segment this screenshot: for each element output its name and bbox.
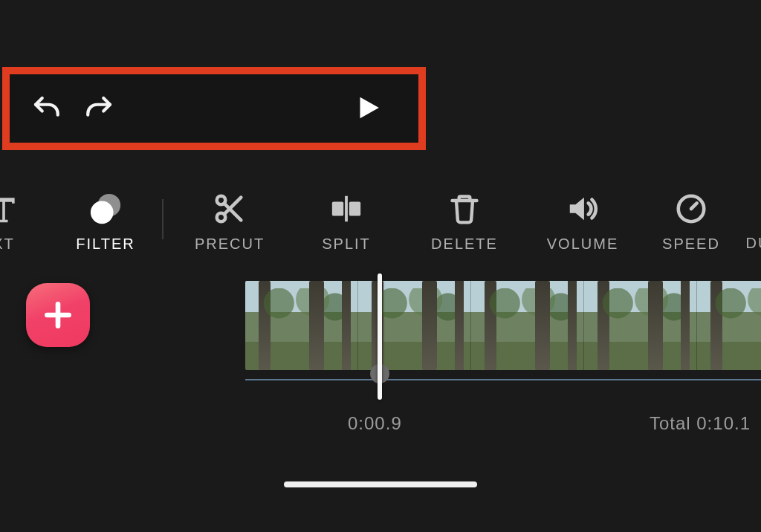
timeline-axis — [245, 379, 761, 380]
tool-precut[interactable]: PRECUT — [189, 191, 271, 253]
trash-icon — [447, 191, 482, 227]
tool-duplicate[interactable]: DU — [736, 192, 761, 252]
redo-icon — [84, 93, 115, 124]
tool-filter-label: FILTER — [76, 236, 135, 253]
clip-frame — [358, 281, 471, 370]
edit-toolbar: XT FILTER PRECUT — [0, 184, 761, 259]
svg-point-1 — [91, 201, 114, 224]
scissors-icon — [212, 191, 247, 227]
clip-frame — [697, 281, 761, 370]
undo-icon — [30, 93, 62, 124]
time-current: 0:00.9 — [348, 413, 402, 434]
playback-controls-highlight — [2, 67, 426, 150]
time-total: Total 0:10.1 — [650, 413, 751, 434]
tool-volume[interactable]: VOLUME — [538, 191, 627, 253]
tool-delete-label: DELETE — [431, 236, 498, 253]
svg-rect-6 — [332, 201, 343, 215]
speed-gauge-icon — [673, 191, 709, 227]
tool-text[interactable]: XT — [0, 191, 30, 253]
tool-split[interactable]: SPLIT — [309, 191, 383, 253]
play-icon — [353, 94, 381, 122]
svg-line-10 — [691, 203, 697, 209]
playhead[interactable] — [378, 273, 382, 400]
redo-button[interactable] — [84, 93, 115, 124]
play-button[interactable] — [353, 94, 383, 123]
add-clip-button[interactable] — [26, 283, 90, 347]
tool-precut-label: PRECUT — [195, 236, 265, 253]
home-indicator — [284, 481, 477, 487]
playback-controls — [10, 74, 418, 143]
split-icon — [328, 191, 364, 227]
volume-icon — [565, 191, 600, 227]
filter-icon — [88, 191, 123, 227]
tool-du-label: DU — [746, 235, 761, 252]
tool-volume-label: VOLUME — [547, 236, 618, 253]
tool-text-label: XT — [0, 236, 15, 253]
tool-split-label: SPLIT — [322, 236, 371, 253]
tool-speed-label: SPEED — [662, 236, 720, 253]
svg-rect-8 — [345, 195, 348, 221]
clip-frame — [584, 281, 697, 370]
tool-filter[interactable]: FILTER — [68, 191, 143, 253]
undo-button[interactable] — [30, 93, 62, 124]
svg-rect-7 — [349, 201, 360, 215]
clip-strip[interactable] — [245, 281, 761, 370]
plus-icon — [42, 299, 74, 331]
clip-frame — [245, 281, 358, 370]
text-icon — [0, 191, 22, 227]
clip-frame — [471, 281, 584, 370]
tool-speed[interactable]: SPEED — [654, 191, 728, 253]
toolbar-separator — [162, 199, 163, 239]
timeline[interactable] — [245, 281, 761, 377]
tool-delete[interactable]: DELETE — [424, 191, 505, 253]
